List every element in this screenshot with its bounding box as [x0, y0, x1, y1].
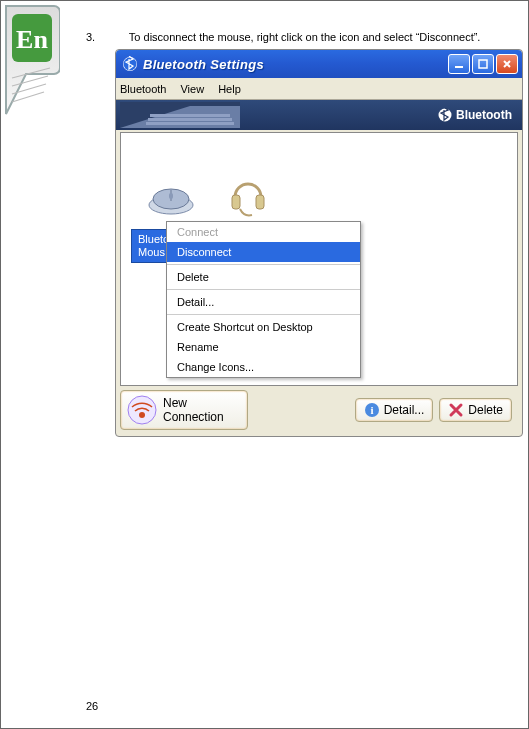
- close-button[interactable]: [496, 54, 518, 74]
- svg-rect-19: [169, 193, 173, 199]
- bluetooth-settings-window: Bluetooth Settings Bluetooth View Help: [115, 49, 523, 437]
- menu-view[interactable]: View: [180, 83, 204, 95]
- ctx-connect: Connect: [167, 222, 360, 242]
- wireless-icon: [127, 395, 157, 425]
- minimize-button[interactable]: [448, 54, 470, 74]
- ctx-disconnect[interactable]: Disconnect: [167, 242, 360, 262]
- delete-label: Delete: [468, 403, 503, 417]
- page-number: 26: [86, 700, 98, 712]
- svg-rect-14: [146, 122, 234, 125]
- bluetooth-settings-icon: [122, 56, 138, 72]
- bottom-toolbar: New Connection i Detail... Delete: [120, 388, 518, 432]
- svg-rect-8: [455, 66, 463, 68]
- svg-rect-13: [148, 118, 232, 121]
- ctx-detail[interactable]: Detail...: [167, 292, 360, 312]
- svg-text:i: i: [370, 404, 373, 416]
- menu-bar: Bluetooth View Help: [116, 78, 522, 100]
- banner-label: Bluetooth: [456, 108, 512, 122]
- mouse-device-icon[interactable]: [147, 187, 195, 215]
- window-title: Bluetooth Settings: [143, 57, 264, 72]
- menu-bluetooth[interactable]: Bluetooth: [120, 83, 166, 95]
- menu-help[interactable]: Help: [218, 83, 241, 95]
- ctx-shortcut[interactable]: Create Shortcut on Desktop: [167, 317, 360, 337]
- ctx-delete[interactable]: Delete: [167, 267, 360, 287]
- keyboard-image: [120, 102, 240, 128]
- delete-button[interactable]: Delete: [439, 398, 512, 422]
- language-tab: En: [2, 2, 60, 122]
- bluetooth-banner: Bluetooth: [116, 100, 522, 130]
- ctx-change-icons[interactable]: Change Icons...: [167, 357, 360, 377]
- svg-rect-12: [150, 114, 230, 117]
- svg-rect-9: [479, 60, 487, 68]
- svg-text:En: En: [16, 25, 48, 54]
- device-content-area: Blueto Mous Connect Disconnect Delete De…: [120, 132, 518, 386]
- svg-rect-21: [256, 195, 264, 209]
- new-connection-label: New Connection: [163, 396, 224, 424]
- bluetooth-icon: [438, 108, 452, 122]
- headset-device-icon[interactable]: [229, 177, 267, 217]
- info-icon: i: [364, 402, 380, 418]
- maximize-button[interactable]: [472, 54, 494, 74]
- title-bar[interactable]: Bluetooth Settings: [116, 50, 522, 78]
- detail-button[interactable]: i Detail...: [355, 398, 434, 422]
- new-connection-button[interactable]: New Connection: [120, 390, 248, 430]
- ctx-rename[interactable]: Rename: [167, 337, 360, 357]
- instruction-text: To disconnect the mouse, right click on …: [129, 31, 481, 43]
- delete-icon: [448, 402, 464, 418]
- svg-rect-20: [232, 195, 240, 209]
- svg-point-22: [128, 396, 156, 424]
- context-menu: Connect Disconnect Delete Detail... Crea…: [166, 221, 361, 378]
- instruction-number: 3.: [86, 31, 126, 43]
- detail-label: Detail...: [384, 403, 425, 417]
- svg-point-23: [139, 412, 145, 418]
- instruction-line: 3. To disconnect the mouse, right click …: [86, 31, 480, 43]
